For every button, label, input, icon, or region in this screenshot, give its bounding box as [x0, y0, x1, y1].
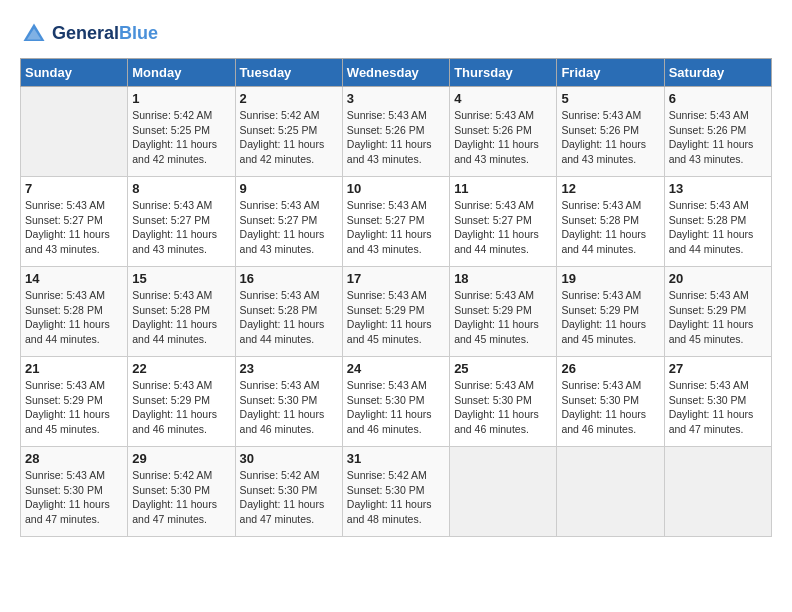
day-info: Sunrise: 5:43 AM Sunset: 5:28 PM Dayligh…: [132, 288, 230, 347]
day-info: Sunrise: 5:43 AM Sunset: 5:26 PM Dayligh…: [454, 108, 552, 167]
day-number: 6: [669, 91, 767, 106]
calendar-cell: 25Sunrise: 5:43 AM Sunset: 5:30 PM Dayli…: [450, 357, 557, 447]
day-info: Sunrise: 5:43 AM Sunset: 5:29 PM Dayligh…: [132, 378, 230, 437]
day-number: 15: [132, 271, 230, 286]
day-number: 21: [25, 361, 123, 376]
day-number: 13: [669, 181, 767, 196]
calendar-header-row: SundayMondayTuesdayWednesdayThursdayFrid…: [21, 59, 772, 87]
calendar-week-1: 1Sunrise: 5:42 AM Sunset: 5:25 PM Daylig…: [21, 87, 772, 177]
calendar-cell: 3Sunrise: 5:43 AM Sunset: 5:26 PM Daylig…: [342, 87, 449, 177]
day-info: Sunrise: 5:43 AM Sunset: 5:26 PM Dayligh…: [561, 108, 659, 167]
calendar-cell: 18Sunrise: 5:43 AM Sunset: 5:29 PM Dayli…: [450, 267, 557, 357]
calendar-week-2: 7Sunrise: 5:43 AM Sunset: 5:27 PM Daylig…: [21, 177, 772, 267]
day-number: 17: [347, 271, 445, 286]
day-info: Sunrise: 5:43 AM Sunset: 5:28 PM Dayligh…: [25, 288, 123, 347]
calendar-cell: 5Sunrise: 5:43 AM Sunset: 5:26 PM Daylig…: [557, 87, 664, 177]
day-number: 20: [669, 271, 767, 286]
day-info: Sunrise: 5:43 AM Sunset: 5:28 PM Dayligh…: [240, 288, 338, 347]
calendar-cell: [557, 447, 664, 537]
day-info: Sunrise: 5:43 AM Sunset: 5:27 PM Dayligh…: [132, 198, 230, 257]
logo: GeneralBlue: [20, 20, 158, 48]
calendar-cell: 7Sunrise: 5:43 AM Sunset: 5:27 PM Daylig…: [21, 177, 128, 267]
day-info: Sunrise: 5:42 AM Sunset: 5:25 PM Dayligh…: [132, 108, 230, 167]
day-info: Sunrise: 5:43 AM Sunset: 5:30 PM Dayligh…: [240, 378, 338, 437]
calendar-cell: 11Sunrise: 5:43 AM Sunset: 5:27 PM Dayli…: [450, 177, 557, 267]
column-header-sunday: Sunday: [21, 59, 128, 87]
day-info: Sunrise: 5:42 AM Sunset: 5:30 PM Dayligh…: [347, 468, 445, 527]
day-number: 27: [669, 361, 767, 376]
column-header-saturday: Saturday: [664, 59, 771, 87]
calendar-cell: 28Sunrise: 5:43 AM Sunset: 5:30 PM Dayli…: [21, 447, 128, 537]
logo-icon: [20, 20, 48, 48]
day-number: 9: [240, 181, 338, 196]
day-info: Sunrise: 5:43 AM Sunset: 5:28 PM Dayligh…: [561, 198, 659, 257]
calendar-cell: 23Sunrise: 5:43 AM Sunset: 5:30 PM Dayli…: [235, 357, 342, 447]
calendar-week-5: 28Sunrise: 5:43 AM Sunset: 5:30 PM Dayli…: [21, 447, 772, 537]
calendar-cell: 12Sunrise: 5:43 AM Sunset: 5:28 PM Dayli…: [557, 177, 664, 267]
column-header-thursday: Thursday: [450, 59, 557, 87]
day-number: 1: [132, 91, 230, 106]
day-number: 18: [454, 271, 552, 286]
day-info: Sunrise: 5:43 AM Sunset: 5:30 PM Dayligh…: [347, 378, 445, 437]
day-info: Sunrise: 5:43 AM Sunset: 5:27 PM Dayligh…: [347, 198, 445, 257]
calendar-cell: 22Sunrise: 5:43 AM Sunset: 5:29 PM Dayli…: [128, 357, 235, 447]
day-info: Sunrise: 5:42 AM Sunset: 5:30 PM Dayligh…: [132, 468, 230, 527]
calendar-cell: 29Sunrise: 5:42 AM Sunset: 5:30 PM Dayli…: [128, 447, 235, 537]
day-number: 11: [454, 181, 552, 196]
day-info: Sunrise: 5:43 AM Sunset: 5:29 PM Dayligh…: [25, 378, 123, 437]
calendar-cell: 6Sunrise: 5:43 AM Sunset: 5:26 PM Daylig…: [664, 87, 771, 177]
day-info: Sunrise: 5:43 AM Sunset: 5:30 PM Dayligh…: [669, 378, 767, 437]
day-info: Sunrise: 5:43 AM Sunset: 5:26 PM Dayligh…: [669, 108, 767, 167]
calendar-week-4: 21Sunrise: 5:43 AM Sunset: 5:29 PM Dayli…: [21, 357, 772, 447]
day-info: Sunrise: 5:43 AM Sunset: 5:26 PM Dayligh…: [347, 108, 445, 167]
calendar-week-3: 14Sunrise: 5:43 AM Sunset: 5:28 PM Dayli…: [21, 267, 772, 357]
day-number: 23: [240, 361, 338, 376]
calendar-cell: [450, 447, 557, 537]
day-number: 30: [240, 451, 338, 466]
calendar-cell: 10Sunrise: 5:43 AM Sunset: 5:27 PM Dayli…: [342, 177, 449, 267]
column-header-friday: Friday: [557, 59, 664, 87]
day-info: Sunrise: 5:43 AM Sunset: 5:27 PM Dayligh…: [25, 198, 123, 257]
calendar-cell: 20Sunrise: 5:43 AM Sunset: 5:29 PM Dayli…: [664, 267, 771, 357]
day-number: 31: [347, 451, 445, 466]
page-header: GeneralBlue: [20, 20, 772, 48]
day-number: 19: [561, 271, 659, 286]
day-number: 16: [240, 271, 338, 286]
day-info: Sunrise: 5:43 AM Sunset: 5:27 PM Dayligh…: [454, 198, 552, 257]
calendar-cell: 31Sunrise: 5:42 AM Sunset: 5:30 PM Dayli…: [342, 447, 449, 537]
day-number: 12: [561, 181, 659, 196]
column-header-tuesday: Tuesday: [235, 59, 342, 87]
calendar-cell: 9Sunrise: 5:43 AM Sunset: 5:27 PM Daylig…: [235, 177, 342, 267]
day-number: 25: [454, 361, 552, 376]
day-number: 24: [347, 361, 445, 376]
calendar-cell: 2Sunrise: 5:42 AM Sunset: 5:25 PM Daylig…: [235, 87, 342, 177]
calendar-table: SundayMondayTuesdayWednesdayThursdayFrid…: [20, 58, 772, 537]
calendar-cell: 26Sunrise: 5:43 AM Sunset: 5:30 PM Dayli…: [557, 357, 664, 447]
logo-text: GeneralBlue: [52, 24, 158, 44]
calendar-cell: 19Sunrise: 5:43 AM Sunset: 5:29 PM Dayli…: [557, 267, 664, 357]
day-info: Sunrise: 5:43 AM Sunset: 5:29 PM Dayligh…: [347, 288, 445, 347]
day-info: Sunrise: 5:43 AM Sunset: 5:30 PM Dayligh…: [561, 378, 659, 437]
calendar-cell: [664, 447, 771, 537]
day-number: 5: [561, 91, 659, 106]
day-number: 4: [454, 91, 552, 106]
day-number: 8: [132, 181, 230, 196]
day-number: 22: [132, 361, 230, 376]
day-info: Sunrise: 5:43 AM Sunset: 5:28 PM Dayligh…: [669, 198, 767, 257]
day-number: 26: [561, 361, 659, 376]
day-info: Sunrise: 5:43 AM Sunset: 5:29 PM Dayligh…: [561, 288, 659, 347]
day-number: 28: [25, 451, 123, 466]
day-info: Sunrise: 5:42 AM Sunset: 5:30 PM Dayligh…: [240, 468, 338, 527]
calendar-cell: 8Sunrise: 5:43 AM Sunset: 5:27 PM Daylig…: [128, 177, 235, 267]
calendar-cell: 17Sunrise: 5:43 AM Sunset: 5:29 PM Dayli…: [342, 267, 449, 357]
day-info: Sunrise: 5:43 AM Sunset: 5:29 PM Dayligh…: [454, 288, 552, 347]
calendar-cell: 21Sunrise: 5:43 AM Sunset: 5:29 PM Dayli…: [21, 357, 128, 447]
calendar-cell: [21, 87, 128, 177]
calendar-cell: 14Sunrise: 5:43 AM Sunset: 5:28 PM Dayli…: [21, 267, 128, 357]
day-info: Sunrise: 5:43 AM Sunset: 5:30 PM Dayligh…: [25, 468, 123, 527]
day-info: Sunrise: 5:43 AM Sunset: 5:27 PM Dayligh…: [240, 198, 338, 257]
column-header-monday: Monday: [128, 59, 235, 87]
calendar-cell: 4Sunrise: 5:43 AM Sunset: 5:26 PM Daylig…: [450, 87, 557, 177]
day-number: 2: [240, 91, 338, 106]
day-info: Sunrise: 5:42 AM Sunset: 5:25 PM Dayligh…: [240, 108, 338, 167]
